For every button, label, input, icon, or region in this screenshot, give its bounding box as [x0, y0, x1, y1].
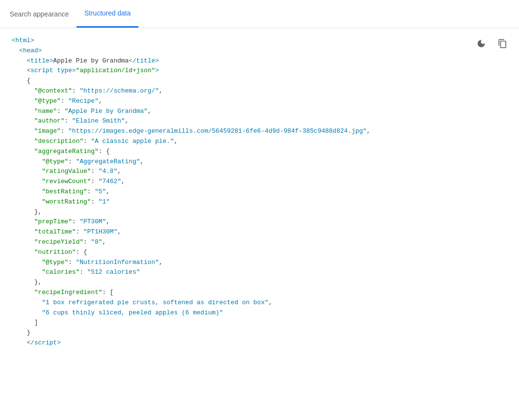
content-area: <html> <head> <title>Apple Pie by Grandm…: [0, 28, 519, 420]
code-line: }: [12, 328, 507, 338]
nav-structured-data[interactable]: Structured data: [76, 0, 138, 28]
copy-code-button[interactable]: [494, 35, 511, 52]
code-line: "@type": "Recipe",: [12, 96, 507, 107]
code-line: "bestRating": "5",: [12, 187, 507, 197]
code-line: "name": "Apple Pie by Grandma",: [12, 107, 507, 117]
code-line: "@type": "NutritionInformation",: [12, 258, 507, 268]
code-line: </script>: [12, 338, 507, 348]
nav-search-appearance[interactable]: Search appearance: [8, 0, 76, 28]
code-line: "reviewCount": "7462",: [12, 177, 507, 187]
code-line: {: [12, 76, 507, 86]
code-line: "ratingValue": "4.8",: [12, 167, 507, 177]
code-line: "description": "A classic apple pie.",: [12, 137, 507, 147]
code-line: "totalTime": "PT1H30M",: [12, 227, 507, 237]
toggle-theme-button[interactable]: [473, 35, 490, 52]
code-line: "recipeIngredient": [: [12, 288, 507, 298]
code-line: <head>: [12, 46, 507, 56]
code-toolbar: [473, 35, 511, 52]
code-line: ]: [12, 318, 507, 328]
code-line: "worstRating": "1": [12, 197, 507, 207]
code-line: "1 box refrigerated pie crusts, softened…: [12, 298, 507, 308]
code-line: "@context": "https://schema.org/",: [12, 86, 507, 96]
code-line: <title>Apple Pie by Grandma</title>: [12, 56, 507, 66]
code-line: "recipeYield": "8",: [12, 237, 507, 248]
code-line: <script type="application/ld+json">: [12, 66, 507, 76]
code-line: "calories": "512 calories": [12, 267, 507, 278]
code-line: "aggregateRating": {: [12, 147, 507, 157]
code-line: },: [12, 207, 507, 218]
code-line: "nutrition": {: [12, 248, 507, 258]
code-line: <html>: [12, 36, 507, 46]
code-line: "prepTime": "PT30M",: [12, 217, 507, 227]
top-navigation: Search appearance Structured data: [0, 0, 519, 28]
code-line: "@type": "AggregateRating",: [12, 157, 507, 167]
code-line: "6 cups thinly sliced, peeled apples (6 …: [12, 308, 507, 318]
code-line: "author": "Elaine Smith",: [12, 116, 507, 126]
code-display: <html> <head> <title>Apple Pie by Grandm…: [0, 28, 519, 420]
code-line: "image": "https://images.edge-generalmil…: [12, 126, 507, 137]
code-line: },: [12, 278, 507, 288]
